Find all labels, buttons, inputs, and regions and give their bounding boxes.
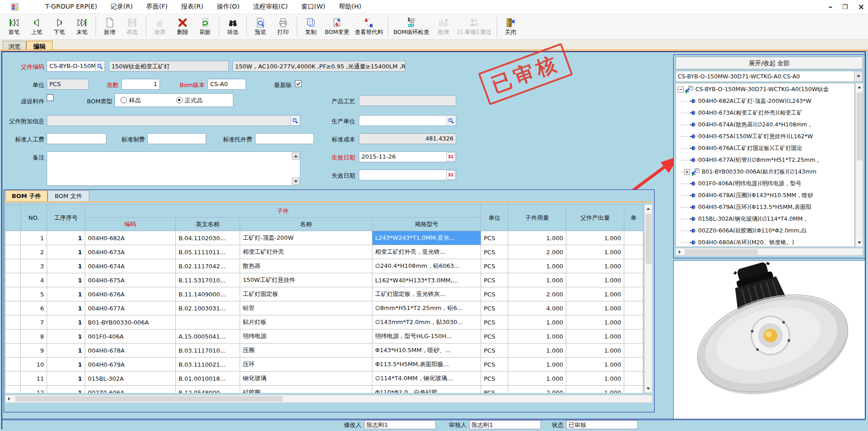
tree-scroll-right-icon[interactable]	[676, 248, 684, 255]
table-cell[interactable]: 4.000	[508, 301, 566, 315]
table-cell[interactable]: 2.000	[508, 245, 566, 259]
table-cell[interactable]: 1.000	[508, 372, 566, 386]
col-header-name[interactable]: 名称	[240, 218, 372, 231]
toolbar-print-button[interactable]: 打印	[272, 17, 294, 37]
table-cell[interactable]: ∅114*T4.0MM，钢化玻璃...	[372, 372, 481, 386]
tree-vscroll-thumb[interactable]	[857, 92, 863, 160]
table-cell[interactable]: 1.000	[566, 344, 624, 358]
expire-date-field[interactable]: 31	[359, 169, 456, 180]
table-cell[interactable]: 2.000	[508, 386, 566, 393]
table-cell[interactable]: 钢化玻璃	[240, 372, 372, 386]
toolbar-nav-next-button[interactable]: 下笔	[48, 17, 71, 37]
row-selector[interactable]	[5, 344, 21, 358]
table-cell[interactable]	[624, 344, 643, 358]
table-cell[interactable]: 10	[21, 358, 47, 372]
table-cell[interactable]: 9	[21, 344, 47, 358]
table-cell[interactable]: 1	[47, 329, 85, 344]
menu-item-7[interactable]: 帮助(H)	[339, 3, 361, 11]
table-cell[interactable]: A.15.0005041...	[176, 329, 240, 344]
menu-item-6[interactable]: 窗口(W)	[301, 3, 325, 11]
close-button[interactable]: ×	[858, 2, 864, 11]
row-selector[interactable]	[5, 301, 21, 315]
table-cell[interactable]: 1	[47, 358, 85, 372]
row-selector[interactable]	[5, 372, 21, 386]
table-cell[interactable]: ∅8mm*H51*T2.25mm，铝6...	[372, 301, 481, 315]
tree-scroll-up-icon[interactable]	[856, 83, 863, 91]
table-cell[interactable]: 150W工矿灯悬挂件	[240, 273, 372, 287]
table-cell[interactable]: PCS	[481, 273, 508, 287]
toolbar-refresh-button[interactable]: 刷新	[194, 17, 217, 37]
table-cell[interactable]: 1.000	[566, 273, 624, 287]
table-cell[interactable]: 015BL-302A	[85, 372, 176, 386]
parent-code-field[interactable]: CS-BYB-O-150MW-3	[47, 61, 105, 72]
table-cell[interactable]: 明纬电源，型号HLG-150H...	[372, 329, 481, 344]
tree-node[interactable]: 004H0-676A(工矿灯固定板)(工矿灯固定	[676, 142, 854, 154]
std-mfg-field[interactable]	[147, 133, 206, 144]
table-cell[interactable]: 1	[47, 344, 85, 358]
table-cell[interactable]: 相变工矿灯外壳	[240, 245, 372, 259]
table-cell[interactable]: 004H0-674A	[85, 259, 176, 273]
table-cell[interactable]: B.05.1111011...	[176, 245, 240, 259]
table-cell[interactable]: Φ110*Φ2.0，白色硅胶...	[372, 386, 481, 393]
table-cell[interactable]: PCS	[481, 259, 508, 273]
std-labor-field[interactable]	[47, 133, 106, 144]
table-cell[interactable]	[624, 287, 643, 301]
table-cell[interactable]	[624, 259, 643, 273]
table-cell[interactable]: PCS	[481, 231, 508, 245]
toolbar-preview-button[interactable]: 预览	[249, 17, 272, 37]
tree-node[interactable]: 004H0-675A(150W工矿灯悬挂件)(L162*W	[676, 131, 854, 142]
col-header-no[interactable]: NO.	[21, 205, 47, 231]
table-cell[interactable]	[624, 372, 643, 386]
table-cell[interactable]: 004H0-673A	[85, 245, 176, 259]
table-cell[interactable]: ∅240.4*H108mm，铝6063...	[372, 259, 481, 273]
table-cell[interactable]: 001F0-406A	[85, 329, 176, 344]
row-selector[interactable]	[5, 259, 21, 273]
tree-node[interactable]: 004H0-680A(吊环)(M20、铁度铬。)	[676, 237, 854, 247]
table-cell[interactable]: PCS	[481, 287, 508, 301]
table-cell[interactable]: B.04.1102030...	[176, 231, 240, 245]
tree-node[interactable]: 015BL-302A(钢化玻璃)(∅114*T4.0MM，	[676, 213, 854, 225]
effective-date-field[interactable]: 2015-11-26 31	[359, 151, 456, 162]
tree-node[interactable]: 004H0-677A(铝管)(∅8mm*H51*T2.25mm，	[676, 154, 854, 166]
std-outsource-field[interactable]	[255, 133, 314, 144]
table-cell[interactable]: 散热器	[240, 259, 372, 273]
table-cell[interactable]: 12	[21, 386, 47, 393]
tree-node[interactable]: 002Z0-606A(硅胶圈)(Φ110*Φ2.0mm,白	[676, 225, 854, 237]
table-cell[interactable]: 8	[21, 329, 47, 344]
table-cell[interactable]: 4	[21, 273, 47, 287]
table-cell[interactable]: 工矿灯固定板	[240, 287, 372, 301]
table-cell[interactable]	[624, 273, 643, 287]
table-cell[interactable]: 1.000	[508, 231, 566, 245]
table-cell[interactable]: 1.000	[566, 301, 624, 315]
menu-item-1[interactable]: 记录(R)	[111, 3, 133, 11]
table-cell[interactable]: 3	[21, 259, 47, 273]
col-header-code[interactable]: 编码	[85, 218, 176, 231]
minimize-button[interactable]: –	[829, 2, 833, 11]
table-cell[interactable]: 2.000	[508, 287, 566, 301]
bom-version-dropdown[interactable]: CS-BYB-O-150MW-30D71-WCTKG-A0:CS-A0	[675, 71, 863, 82]
expand-collapse-all-button[interactable]: 展开/收起 全部	[675, 57, 863, 69]
table-cell[interactable]: PCS	[481, 329, 508, 344]
row-selector[interactable]	[5, 329, 21, 344]
table-cell[interactable]: 工矿灯固定板，亚光铁灰...	[372, 287, 481, 301]
table-cell[interactable]: 工矿灯-顶盖-200W	[240, 231, 372, 245]
table-cell[interactable]: 1	[47, 231, 85, 245]
table-cell[interactable]: 1	[21, 231, 47, 245]
table-cell[interactable]: B.02.1117042...	[176, 259, 240, 273]
tree-node[interactable]: 001F0-406A(明纬电源)(明纬电源，型号	[676, 178, 854, 189]
table-cell[interactable]: 1	[47, 315, 85, 329]
table-cell[interactable]: 1.000	[508, 259, 566, 273]
table-cell[interactable]: 1	[47, 273, 85, 287]
parent-extra-search-icon[interactable]	[290, 116, 299, 125]
table-hscroll-thumb[interactable]	[15, 396, 283, 402]
table-cell[interactable]: B01-BYB00330-006A	[85, 315, 176, 329]
restore-button[interactable]: ❐	[842, 3, 848, 10]
col-header-unit[interactable]: 单位	[481, 205, 508, 231]
scroll-right-icon[interactable]	[5, 395, 13, 402]
table-cell[interactable]: 硅胶圈	[240, 386, 372, 393]
table-cell[interactable]: 004H0-677A	[85, 301, 176, 315]
table-cell[interactable]: 1.000	[508, 329, 566, 344]
tab-bom-children[interactable]: BOM 子件	[5, 190, 48, 202]
table-cell[interactable]	[624, 231, 643, 245]
toolbar-nav-prev-button[interactable]: 上笔	[25, 17, 48, 37]
